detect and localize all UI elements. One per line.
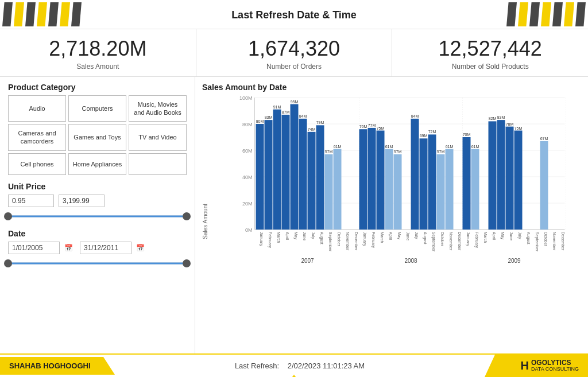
svg-text:December: December [561, 232, 565, 251]
svg-text:March: March [277, 232, 281, 243]
chart-title: Sales Amount by Date [202, 83, 579, 92]
product-category-title: Product Category [8, 83, 187, 92]
refresh-value: 2/02/2023 11:01:23 AM [288, 362, 365, 370]
bar[interactable] [265, 120, 273, 230]
bar[interactable] [256, 124, 264, 230]
date-slider-thumb-left[interactable] [4, 259, 12, 267]
svg-text:83M: 83M [265, 115, 273, 119]
bar[interactable] [471, 149, 479, 229]
svg-text:July: July [517, 232, 522, 239]
category-phones[interactable]: Cell phones [8, 153, 66, 175]
bar[interactable] [411, 118, 419, 229]
logo-text: OGOLYTICS DATA CONSULTING [531, 359, 579, 372]
kpi-sales-label: Sales Amount [11, 63, 184, 71]
date-slider[interactable] [8, 258, 187, 269]
kpi-products: 12,527,442 Number of Sold Products [392, 29, 588, 76]
bar[interactable] [540, 141, 548, 229]
svg-text:June: June [303, 232, 307, 240]
svg-text:November: November [449, 232, 453, 251]
bar[interactable] [394, 154, 402, 229]
date-end-input[interactable] [80, 242, 131, 254]
bar[interactable] [463, 137, 471, 230]
price-min-input[interactable] [8, 195, 54, 207]
bar[interactable] [308, 131, 316, 229]
category-movies[interactable]: Music, Movies and Audio Books [129, 95, 187, 122]
right-panel: Sales Amount by Date Sales Amount0M20M40… [195, 77, 588, 353]
price-inputs [8, 195, 187, 207]
bar[interactable] [420, 138, 428, 230]
bar[interactable] [282, 114, 290, 229]
svg-text:57M: 57M [437, 149, 445, 153]
category-cameras[interactable]: Cameras and camcorders [8, 124, 66, 151]
svg-text:2008: 2008 [404, 258, 417, 264]
svg-text:76M: 76M [359, 125, 368, 129]
category-tv[interactable]: TV and Video [129, 124, 187, 151]
svg-text:61M: 61M [334, 144, 342, 148]
category-grid: Audio Computers Music, Movies and Audio … [8, 95, 187, 175]
bar[interactable] [497, 120, 505, 230]
price-slider-thumb-right[interactable] [183, 212, 191, 220]
kpi-products-label: Number of Sold Products [404, 63, 577, 71]
date-slider-track [8, 262, 187, 264]
bar[interactable] [437, 154, 445, 229]
price-slider-thumb-left[interactable] [4, 212, 12, 220]
kpi-sales-value: 2,718.20M [11, 37, 184, 60]
bar[interactable] [368, 127, 376, 229]
svg-text:November: November [552, 232, 556, 251]
bar[interactable] [359, 129, 368, 230]
svg-text:June: June [509, 232, 513, 240]
kpi-orders-label: Number of Orders [208, 63, 381, 71]
svg-text:May: May [500, 232, 505, 240]
price-slider[interactable] [8, 211, 187, 222]
date-title: Date [8, 229, 187, 238]
author-name: SHAHAB HOGHOOGHI [9, 362, 91, 370]
date-slider-thumb-right[interactable] [183, 259, 191, 267]
calendar-end-icon[interactable]: 📅 [136, 244, 145, 252]
date-start-input[interactable] [8, 242, 60, 254]
category-computers[interactable]: Computers [68, 95, 126, 122]
footer: SHAHAB HOGHOOGHI Last Refresh: 2/02/2023… [0, 353, 588, 377]
logo-h: H [521, 359, 529, 372]
svg-text:August: August [526, 232, 531, 244]
bar[interactable] [385, 149, 393, 229]
calendar-start-icon[interactable]: 📅 [64, 244, 73, 252]
bar[interactable] [316, 125, 324, 230]
price-max-input[interactable] [59, 195, 105, 207]
bar[interactable] [489, 121, 497, 230]
bar[interactable] [291, 104, 299, 230]
svg-text:83M: 83M [497, 115, 505, 119]
svg-text:84M: 84M [299, 114, 307, 118]
chart-area: Sales Amount0M20M40M60M80M100M80MJanuary… [202, 95, 579, 348]
bar[interactable] [377, 130, 385, 230]
bar[interactable] [514, 130, 523, 230]
category-games[interactable]: Games and Toys [68, 124, 126, 151]
bar[interactable] [506, 126, 514, 229]
svg-text:September: September [431, 232, 436, 252]
svg-text:75M: 75M [514, 126, 523, 130]
svg-text:82M: 82M [489, 116, 497, 121]
svg-text:61M: 61M [385, 144, 393, 148]
svg-text:61M: 61M [446, 144, 454, 148]
svg-text:July: July [311, 232, 315, 239]
bar[interactable] [299, 118, 307, 229]
svg-text:2007: 2007 [301, 258, 314, 264]
svg-text:August: August [423, 232, 427, 244]
kpi-sales-amount: 2,718.20M Sales Amount [0, 29, 196, 76]
bar[interactable] [446, 149, 454, 229]
bar[interactable] [334, 149, 342, 229]
svg-text:April: April [388, 232, 393, 240]
category-appliances[interactable]: Home Appliances [68, 153, 126, 175]
svg-text:74M: 74M [308, 127, 316, 131]
logo-sub: DATA CONSULTING [531, 367, 579, 372]
svg-text:20M: 20M [242, 201, 253, 207]
bar[interactable] [428, 134, 436, 230]
svg-text:February: February [371, 232, 376, 248]
header-deco-left [0, 0, 84, 29]
price-slider-fill [8, 215, 187, 217]
svg-text:80M: 80M [242, 122, 253, 127]
bar[interactable] [273, 109, 281, 229]
bar[interactable] [325, 154, 333, 229]
category-audio[interactable]: Audio [8, 95, 66, 122]
svg-text:April: April [492, 232, 496, 240]
header-deco-right [504, 0, 588, 29]
